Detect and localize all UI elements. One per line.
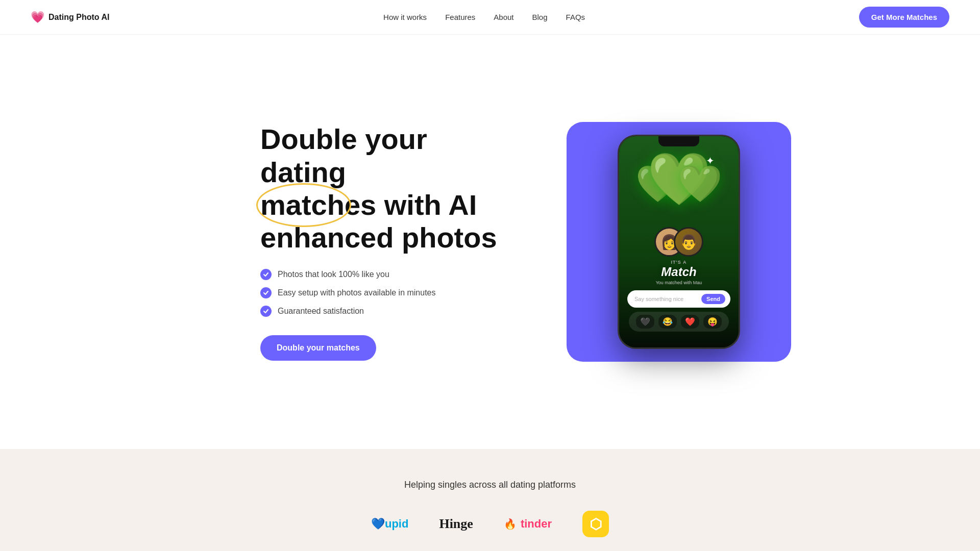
platforms-title: Helping singles across all dating platfo… — [31, 480, 949, 490]
match-subtitle: You matched with Mau — [656, 280, 702, 285]
feature-item-3: Guaranteed satisfaction — [260, 306, 516, 317]
hero-title-highlight: matches — [260, 189, 376, 221]
phone-container: 💚 💚 💚 ✦ 👩 👨 IT — [567, 122, 791, 362]
nav-faqs[interactable]: FAQs — [566, 13, 585, 21]
hero-features-list: Photos that look 100% like you Easy setu… — [260, 269, 516, 317]
nav-links: How it works Features About Blog FAQs — [383, 13, 585, 21]
phone-screen: 💚 💚 💚 ✦ 👩 👨 IT — [619, 136, 739, 347]
emoji-2[interactable]: 😂 — [658, 315, 677, 329]
hero-right: 💚 💚 💚 ✦ 👩 👨 IT — [567, 122, 791, 362]
emoji-4[interactable]: 😝 — [703, 315, 722, 329]
cupid-logo: 💙upid — [371, 517, 408, 531]
check-icon-2 — [260, 287, 272, 298]
heart-right: 💚 — [678, 166, 722, 202]
send-button[interactable]: Send — [701, 294, 725, 304]
nav-about[interactable]: About — [494, 13, 513, 21]
its-a-label: IT'S A — [671, 260, 687, 265]
hero-section: Double your dating matches with AI enhan… — [158, 35, 822, 449]
navbar: 💗 Dating Photo AI How it works Features … — [0, 0, 980, 35]
platforms-logos: 💙upid Hinge 🔥 tinder ⬡ — [31, 511, 949, 537]
nav-how-it-works[interactable]: How it works — [383, 13, 427, 21]
hero-title: Double your dating matches with AI enhan… — [260, 123, 516, 255]
message-input-row[interactable]: Say something nice Send — [627, 290, 730, 308]
match-title: Match — [661, 265, 696, 279]
nav-features[interactable]: Features — [445, 13, 475, 21]
check-icon-3 — [260, 306, 272, 317]
emoji-1[interactable]: 🖤 — [636, 315, 654, 329]
logo-text: Dating Photo AI — [48, 13, 109, 22]
feature-item-2: Easy setup with photos available in minu… — [260, 287, 516, 298]
feature-item-1: Photos that look 100% like you — [260, 269, 516, 280]
tinder-logo: 🔥 tinder — [504, 517, 552, 531]
hearts-area: 💚 💚 💚 ✦ — [628, 151, 730, 232]
emoji-row: 🖤 😂 ❤️ 😝 — [629, 312, 729, 332]
phone-notch — [658, 136, 699, 146]
nav-blog[interactable]: Blog — [532, 13, 548, 21]
platforms-section: Helping singles across all dating platfo… — [0, 449, 980, 551]
nav-cta-button[interactable]: Get More Matches — [859, 7, 949, 28]
logo-icon: 💗 — [31, 11, 44, 24]
sparkle-icon: ✦ — [706, 155, 715, 167]
message-placeholder: Say something nice — [634, 296, 701, 302]
match-photos: 👩 👨 — [649, 227, 708, 257]
hero-cta-button[interactable]: Double your matches — [260, 335, 376, 361]
emoji-3[interactable]: ❤️ — [681, 315, 699, 329]
hinge-logo: Hinge — [439, 516, 473, 532]
check-icon-1 — [260, 269, 272, 280]
tinder-flame-icon: 🔥 — [504, 518, 517, 530]
phone-mockup: 💚 💚 💚 ✦ 👩 👨 IT — [618, 135, 740, 349]
hero-left: Double your dating matches with AI enhan… — [260, 123, 516, 361]
avatar-male: 👨 — [674, 227, 703, 257]
bumble-logo: ⬡ — [582, 511, 609, 537]
logo-link[interactable]: 💗 Dating Photo AI — [31, 11, 109, 24]
